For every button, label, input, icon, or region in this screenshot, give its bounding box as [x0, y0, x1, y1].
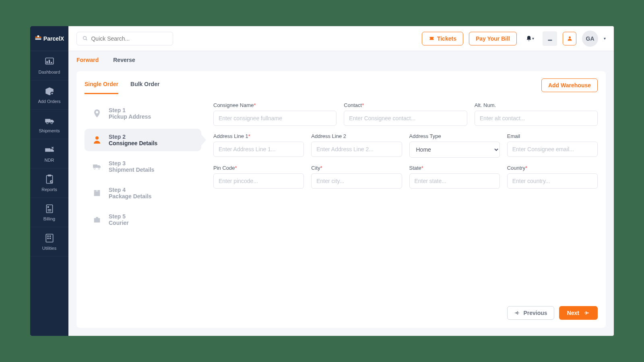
card-body: Step 1Pickup Address Step 2Consignee Det… [85, 94, 598, 301]
order-card: Single Order Bulk Order Add Warehouse St… [76, 71, 606, 328]
truck-icon [91, 160, 103, 173]
sidebar-item-billing[interactable]: Billing [30, 198, 68, 227]
sidebar-item-reports[interactable]: Reports [30, 169, 68, 198]
email-input[interactable] [507, 142, 598, 157]
tab-forward[interactable]: Forward [76, 57, 99, 63]
ticket-icon [429, 35, 435, 41]
previous-button[interactable]: Previous [507, 306, 554, 320]
svg-rect-11 [45, 148, 50, 152]
notifications-button[interactable]: ▾ [522, 31, 537, 46]
next-button[interactable]: Next [559, 306, 598, 320]
step-courier[interactable]: Step 5Courier [85, 208, 201, 231]
svg-rect-28 [94, 191, 100, 196]
svg-rect-15 [46, 205, 52, 213]
card-header: Single Order Bulk Order Add Warehouse [85, 78, 598, 94]
state-input[interactable] [409, 173, 500, 189]
svg-point-26 [94, 168, 95, 169]
consignee-name-input[interactable] [213, 111, 336, 126]
step-consignee-details[interactable]: Step 2Consignee Details [85, 129, 201, 151]
search-input[interactable] [91, 35, 167, 42]
contact-input[interactable] [344, 111, 467, 126]
shipments-icon [44, 115, 55, 126]
field-state: State* [409, 165, 500, 189]
address-type-select[interactable]: Home [409, 142, 500, 158]
parcel-logo-icon [35, 35, 42, 42]
avatar-menu-caret[interactable]: ▾ [604, 36, 606, 41]
tickets-button[interactable]: Tickets [422, 32, 463, 45]
sidebar: ParcelX Dashboard Add Orders Shipments N… [30, 26, 68, 336]
svg-rect-29 [94, 190, 97, 192]
pin-code-input[interactable] [213, 173, 304, 189]
add-warehouse-button[interactable]: Add Warehouse [541, 78, 598, 92]
field-address-line-1: Address Line 1* [213, 133, 304, 158]
location-pin-icon [91, 107, 103, 119]
svg-rect-5 [48, 60, 50, 64]
topbar: Tickets Pay Your Bill ▾ GA ▾ [68, 26, 614, 51]
svg-point-16 [47, 206, 49, 208]
content: Single Order Bulk Order Add Warehouse St… [68, 67, 614, 336]
direction-tabs: Forward Reverse [68, 51, 614, 67]
svg-rect-1 [35, 39, 41, 40]
svg-point-23 [569, 37, 571, 39]
chevron-down-icon: ▾ [532, 36, 534, 41]
app-root: ParcelX Dashboard Add Orders Shipments N… [30, 26, 614, 336]
svg-rect-18 [47, 236, 48, 237]
svg-point-10 [51, 122, 52, 123]
svg-rect-2 [37, 35, 39, 37]
sidebar-item-add-orders[interactable]: Add Orders [30, 80, 68, 110]
address-line-2-input[interactable] [311, 142, 402, 157]
svg-rect-4 [46, 61, 47, 63]
card-footer: Previous Next [85, 301, 598, 320]
package-icon [91, 187, 103, 199]
tab-bulk-order[interactable]: Bulk Order [130, 78, 159, 94]
svg-rect-20 [47, 238, 48, 239]
search-icon [83, 35, 88, 41]
svg-rect-32 [96, 217, 98, 219]
svg-point-22 [83, 36, 87, 39]
field-pin-code: Pin Code* [213, 165, 304, 189]
svg-point-14 [50, 180, 52, 183]
order-tabs: Single Order Bulk Order [85, 78, 159, 94]
download-icon [547, 35, 553, 41]
sidebar-item-shipments[interactable]: Shipments [30, 110, 68, 139]
sidebar-item-dashboard[interactable]: Dashboard [30, 51, 68, 80]
svg-rect-30 [97, 190, 100, 192]
brand-name: ParcelX [43, 35, 64, 42]
city-input[interactable] [311, 173, 402, 189]
step-package-details[interactable]: Step 4Package Details [85, 182, 201, 204]
sidebar-item-utilities[interactable]: Utilities [30, 227, 68, 257]
address-line-1-input[interactable] [213, 142, 304, 157]
field-city: City* [311, 165, 402, 189]
field-country: Country* [507, 165, 598, 189]
bell-icon [526, 35, 532, 42]
svg-point-24 [95, 136, 99, 140]
svg-rect-25 [93, 165, 97, 168]
profile-button[interactable] [563, 32, 576, 45]
brand-logo[interactable]: ParcelX [30, 26, 68, 51]
field-contact: Contact* [344, 102, 467, 126]
pay-bill-button[interactable]: Pay Your Bill [469, 32, 517, 45]
svg-rect-21 [50, 238, 51, 239]
sidebar-item-ndr[interactable]: NDR [30, 139, 68, 169]
svg-rect-6 [51, 62, 52, 63]
quick-search[interactable] [76, 32, 173, 45]
person-icon [91, 134, 103, 146]
country-input[interactable] [507, 173, 598, 189]
tab-single-order[interactable]: Single Order [85, 78, 118, 94]
download-button[interactable] [543, 31, 557, 46]
add-orders-icon [44, 86, 55, 97]
field-address-line-2: Address Line 2 [311, 133, 402, 158]
step-pickup-address[interactable]: Step 1Pickup Address [85, 102, 201, 125]
field-email: Email [507, 133, 598, 158]
main: Tickets Pay Your Bill ▾ GA ▾ Forward Rev… [68, 26, 614, 336]
svg-rect-31 [94, 218, 100, 222]
tab-reverse[interactable]: Reverse [113, 57, 135, 63]
step-shipment-details[interactable]: Step 3Shipment Details [85, 155, 201, 178]
arrow-left-icon [514, 310, 520, 316]
svg-point-27 [98, 168, 100, 169]
avatar[interactable]: GA [582, 31, 598, 47]
dashboard-icon [44, 57, 55, 67]
svg-rect-13 [47, 175, 51, 176]
alt-num-input[interactable] [475, 111, 598, 126]
user-icon [567, 35, 573, 41]
